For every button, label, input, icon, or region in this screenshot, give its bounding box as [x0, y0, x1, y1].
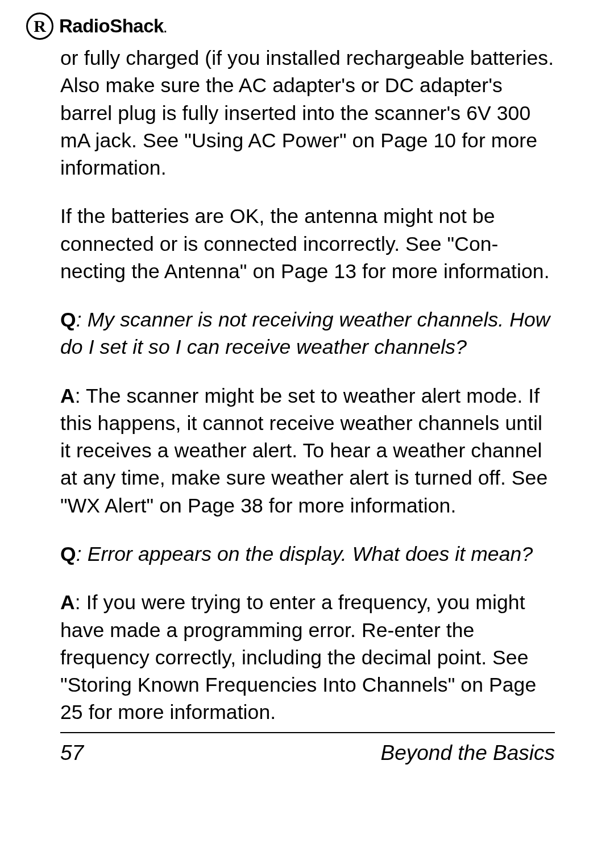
- answer-2: A: If you were trying to enter a frequen…: [60, 589, 555, 726]
- brand-name: RadioShack.: [59, 15, 167, 37]
- paragraph-2: If the batteries are OK, the antenna mig…: [60, 202, 555, 285]
- header: R RadioShack.: [26, 13, 167, 40]
- brand-text: RadioShack: [59, 15, 164, 36]
- question-2: Q: Error appears on the display. What do…: [60, 540, 555, 568]
- logo-icon: R: [26, 13, 53, 40]
- logo-letter: R: [34, 18, 46, 35]
- paragraph-1: or fully charged (if you installed recha…: [60, 44, 555, 181]
- q1-text: : My scanner is not receiving weather ch…: [60, 308, 550, 358]
- footer-divider: [60, 732, 555, 733]
- q2-text: : Error appears on the display. What doe…: [76, 543, 533, 565]
- a1-label: A: [60, 385, 75, 407]
- q2-label: Q: [60, 543, 76, 565]
- body-content: or fully charged (if you installed recha…: [60, 44, 555, 747]
- answer-1: A: The scanner might be set to weather a…: [60, 382, 555, 519]
- a2-label: A: [60, 591, 75, 614]
- page-number: 57: [60, 741, 84, 765]
- page: R RadioShack. or fully charged (if you i…: [0, 0, 614, 868]
- q1-label: Q: [60, 308, 76, 331]
- section-title: Beyond the Basics: [381, 741, 555, 765]
- a2-text: : If you were trying to enter a frequenc…: [60, 591, 536, 724]
- brand-suffix: .: [164, 22, 167, 35]
- question-1: Q: My scanner is not receiving weather c…: [60, 306, 555, 361]
- a1-text: : The scanner might be set to weather al…: [60, 385, 547, 517]
